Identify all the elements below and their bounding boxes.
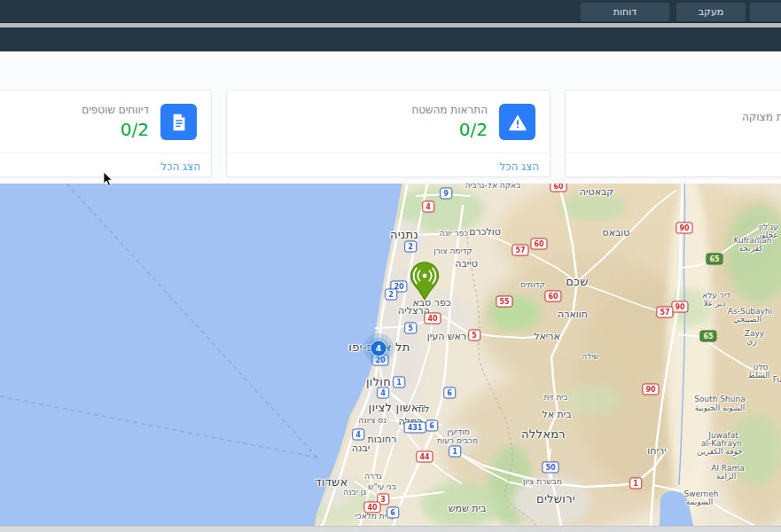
map-label: الصبيحي <box>733 315 761 324</box>
map-label: בית שמש <box>449 503 487 514</box>
map-label: בית אל <box>542 409 571 420</box>
road-shield: 65 <box>706 254 722 265</box>
card-ongoing-reports: דיווחים שוטפים 0/2 הצג הכל <box>0 90 212 177</box>
map-label: שכם <box>566 275 589 288</box>
card-field-alerts: התראות מהשטח 0/2 הצג הכל <box>226 90 551 177</box>
horizontal-scrollbar[interactable] <box>0 526 781 532</box>
map-label: زي <box>746 337 756 346</box>
map-label: קבאטיה <box>580 186 613 198</box>
reports-button[interactable]: דוחות <box>581 3 669 21</box>
road-shield: 57 <box>512 245 528 256</box>
road-shield: 1 <box>629 478 642 489</box>
road-shield: 90 <box>676 223 692 234</box>
document-icon <box>160 104 197 140</box>
card-title: התראות מהשטח <box>411 104 488 116</box>
map-label: קדימה צורן <box>433 246 473 255</box>
road-shield: 4 <box>377 387 389 399</box>
road-shield: 9 <box>440 188 452 200</box>
map-label: دير علا <box>703 299 725 308</box>
road-shield: 5 <box>404 323 417 334</box>
road-shield: 6 <box>426 420 438 432</box>
road-shield: 1 <box>393 377 405 388</box>
map-label: קדומים <box>520 280 545 289</box>
map-label: Fu <box>773 375 781 384</box>
road-shield: 2 <box>404 241 417 253</box>
road-shield: 5 <box>468 330 480 341</box>
map-label: באקה אל-גרביה <box>465 184 521 190</box>
map-label: ראש העין <box>427 331 466 342</box>
map-label: גדרה <box>364 472 382 481</box>
road-shield: 65 <box>699 331 716 342</box>
map-label: רמאללה <box>521 427 566 441</box>
card-title: דיווחים שוטפים <box>82 104 149 116</box>
card-title-fragment: ת מצוקה <box>742 111 781 123</box>
map-label: מבשרת ציון <box>523 477 562 486</box>
map-label: שילה <box>582 352 598 361</box>
map-label: יבנה <box>352 442 370 454</box>
road-shield: 60 <box>550 184 566 192</box>
show-all-link[interactable]: הצג הכל <box>160 160 200 173</box>
road-shield: 4 <box>352 429 364 441</box>
map-label: טולכרם <box>469 226 501 238</box>
map-label: יריחו <box>647 445 666 457</box>
map-label: الشونة الجنوبية <box>695 403 746 412</box>
road-shield: 40 <box>424 313 441 325</box>
map-label: רחובות <box>368 434 397 445</box>
secondary-header-bar <box>0 27 781 51</box>
road-shield: 40 <box>363 502 380 513</box>
warning-icon <box>499 104 535 140</box>
map-label: טובאס <box>603 227 630 239</box>
maritime-boundary-lines <box>0 184 317 458</box>
partial-nav-button[interactable] <box>750 3 781 21</box>
road-shield: 44 <box>416 451 433 463</box>
cluster-marker[interactable]: 4 <box>363 333 394 364</box>
map-label: عجلون <box>755 231 777 239</box>
road-shield: 431 <box>404 422 426 434</box>
map-label: السلط <box>748 371 770 379</box>
map-label: السويمة <box>686 497 713 506</box>
show-all-link[interactable]: הצג הכל <box>499 160 539 173</box>
map-label: מודיעין <box>447 427 470 436</box>
tracking-button[interactable]: מעקב <box>676 3 746 21</box>
road-shield: 60 <box>544 291 561 302</box>
dashboard-page: { "topbar": { "buttons": [ {"label": "דו… <box>0 0 781 532</box>
map-label: אריאל <box>534 331 560 342</box>
road-shield: 1 <box>449 446 461 458</box>
card-value: 0/2 <box>82 118 149 141</box>
map-label: חולון <box>366 375 391 388</box>
card-value: 0/2 <box>411 118 488 141</box>
card-distress-calls: ת מצוקה <box>565 90 781 177</box>
map-label: الرامة <box>716 472 736 481</box>
summary-cards-section: דיווחים שוטפים 0/2 הצג הכל התראות מהשטח … <box>0 51 781 184</box>
road-shield: 60 <box>530 239 547 250</box>
road-shield: 2 <box>385 289 397 301</box>
signal-pin-marker[interactable] <box>409 261 441 301</box>
map-label: חווארה <box>558 309 588 320</box>
map-label: كفرنجة <box>739 244 763 253</box>
map-label: ירושלים <box>536 492 575 505</box>
map-label: South Shuna <box>694 395 745 403</box>
top-navigation-bar: דוחות מעקב <box>0 0 781 23</box>
map-label: טייבה <box>455 258 478 270</box>
road-shield: 6 <box>443 387 456 399</box>
road-shield: 50 <box>542 462 558 473</box>
cluster-count-badge: 4 <box>371 341 387 356</box>
road-shield: 57 <box>656 307 673 318</box>
road-shield: 90 <box>671 301 688 313</box>
map-label: אשדוד <box>315 475 348 489</box>
map-label: לוד <box>416 403 429 415</box>
map-label: מכבים רעות <box>437 436 478 445</box>
map-label: נתניה <box>390 228 418 241</box>
map-label: גן יבנה <box>343 488 366 497</box>
road-shield: 4 <box>422 201 434 213</box>
road-shield: 55 <box>496 296 512 308</box>
map-label: جوفة الكفرين <box>697 447 742 456</box>
road-shield: 6 <box>387 507 399 519</box>
road-shield: 90 <box>642 384 659 395</box>
map-label: בני עי"ש <box>368 482 396 491</box>
map-label: בית זית <box>543 393 567 402</box>
map-label: נס ציונה <box>358 416 387 425</box>
map-label: כפר יונה <box>440 229 468 238</box>
